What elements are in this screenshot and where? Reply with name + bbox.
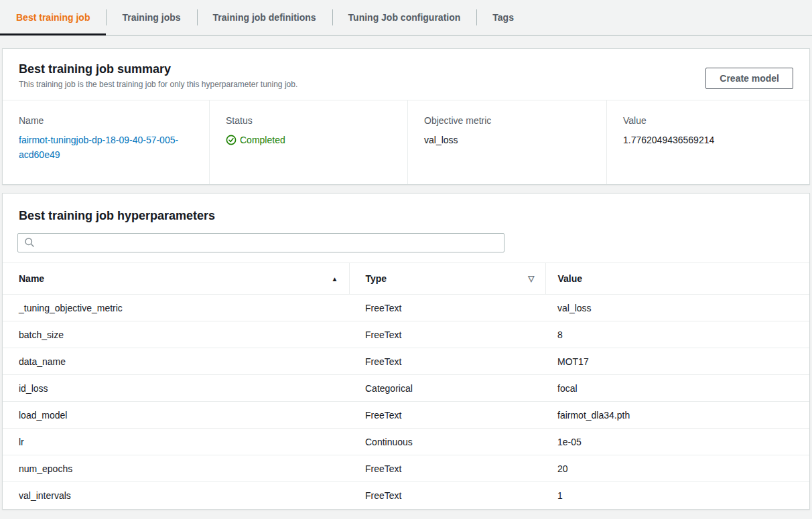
param-value-cell: MOT17 xyxy=(545,348,809,375)
tab-best-training-job[interactable]: Best training job xyxy=(0,0,106,35)
param-type-cell: FreeText xyxy=(349,455,545,482)
field-name-label: Name xyxy=(19,115,193,126)
table-row: load_modelFreeTextfairmot_dla34.pth xyxy=(3,402,809,429)
search-input[interactable] xyxy=(17,233,504,252)
param-value-cell: fairmot_dla34.pth xyxy=(545,402,809,429)
param-name-cell: batch_size xyxy=(3,321,349,348)
field-objective-metric: Objective metric val_loss xyxy=(407,100,606,184)
param-value-cell: focal xyxy=(545,375,809,402)
field-name: Name fairmot-tuningjob-dp-18-09-40-57-00… xyxy=(3,100,209,184)
column-header-type[interactable]: Type ▽ xyxy=(349,263,545,295)
param-value-cell: val_loss xyxy=(545,295,809,321)
table-row: lrContinuous1e-05 xyxy=(3,429,809,455)
summary-subtitle: This training job is the best training j… xyxy=(19,80,793,89)
tab-training-job-definitions[interactable]: Training job definitions xyxy=(197,0,332,35)
param-value-cell: 8 xyxy=(545,321,809,348)
summary-header: Best training job summary This training … xyxy=(3,49,809,100)
param-type-cell: Categorical xyxy=(349,375,545,402)
create-model-button[interactable]: Create model xyxy=(705,68,793,89)
objective-metric-value: val_loss xyxy=(424,133,590,147)
field-value: Value 1.7762049436569214 xyxy=(606,100,809,184)
status-badge: Completed xyxy=(240,133,285,147)
param-value-cell: 20 xyxy=(545,455,809,482)
param-name-cell: num_epochs xyxy=(3,455,349,482)
param-type-cell: Continuous xyxy=(349,429,545,455)
column-header-value-label: Value xyxy=(558,273,583,284)
param-name-cell: id_loss xyxy=(3,375,349,402)
table-header-row: Name ▲ Type ▽ Value xyxy=(3,263,809,295)
param-name-cell: load_model xyxy=(3,402,349,429)
sort-ascending-icon[interactable]: ▲ xyxy=(332,275,338,283)
tab-training-jobs[interactable]: Training jobs xyxy=(106,0,196,35)
hyperparameters-card: Best training job hyperparameters Name ▲ xyxy=(2,193,810,510)
param-name-cell: lr xyxy=(3,429,349,455)
summary-fields: Name fairmot-tuningjob-dp-18-09-40-57-00… xyxy=(3,100,809,184)
param-type-cell: FreeText xyxy=(349,402,545,429)
hyperparameters-table-body: _tuning_objective_metricFreeTextval_loss… xyxy=(3,295,809,509)
table-row: num_epochsFreeText20 xyxy=(3,455,809,482)
param-type-cell: FreeText xyxy=(349,321,545,348)
field-status-label: Status xyxy=(226,115,391,126)
param-name-cell: data_name xyxy=(3,348,349,375)
table-row: val_intervalsFreeText1 xyxy=(3,482,809,509)
column-header-type-label: Type xyxy=(366,273,387,284)
column-header-name-label: Name xyxy=(19,273,44,284)
tab-tuning-job-configuration[interactable]: Tuning Job configuration xyxy=(332,0,477,35)
param-name-cell: val_intervals xyxy=(3,482,349,509)
param-name-cell: _tuning_objective_metric xyxy=(3,295,349,321)
sort-indicator-icon[interactable]: ▽ xyxy=(528,274,534,283)
table-row: data_nameFreeTextMOT17 xyxy=(3,348,809,375)
summary-title: Best training job summary xyxy=(19,61,793,77)
column-header-name[interactable]: Name ▲ xyxy=(3,263,349,295)
param-value-cell: 1 xyxy=(545,482,809,509)
training-job-name-link[interactable]: fairmot-tuningjob-dp-18-09-40-57-005-acd… xyxy=(19,133,180,162)
param-value-cell: 1e-05 xyxy=(545,429,809,455)
param-type-cell: FreeText xyxy=(349,482,545,509)
table-row: _tuning_objective_metricFreeTextval_loss xyxy=(3,295,809,321)
param-type-cell: FreeText xyxy=(349,348,545,375)
table-row: id_lossCategoricalfocal xyxy=(3,375,809,402)
hyperparameters-table: Name ▲ Type ▽ Value _tuning_objectiv xyxy=(3,263,809,509)
param-type-cell: FreeText xyxy=(349,295,545,321)
check-circle-icon xyxy=(226,135,236,145)
tab-bar: Best training job Training jobs Training… xyxy=(0,0,812,35)
search-box xyxy=(17,233,504,252)
hyperparameters-title: Best training job hyperparameters xyxy=(3,194,809,233)
objective-value: 1.7762049436569214 xyxy=(623,133,793,147)
column-header-value[interactable]: Value xyxy=(545,263,809,295)
best-training-job-summary-card: Best training job summary This training … xyxy=(2,48,810,185)
tab-tags[interactable]: Tags xyxy=(476,0,530,35)
field-objective-metric-label: Objective metric xyxy=(424,115,590,126)
field-status: Status Completed xyxy=(209,100,407,184)
field-value-label: Value xyxy=(623,115,793,126)
table-row: batch_sizeFreeText8 xyxy=(3,321,809,348)
